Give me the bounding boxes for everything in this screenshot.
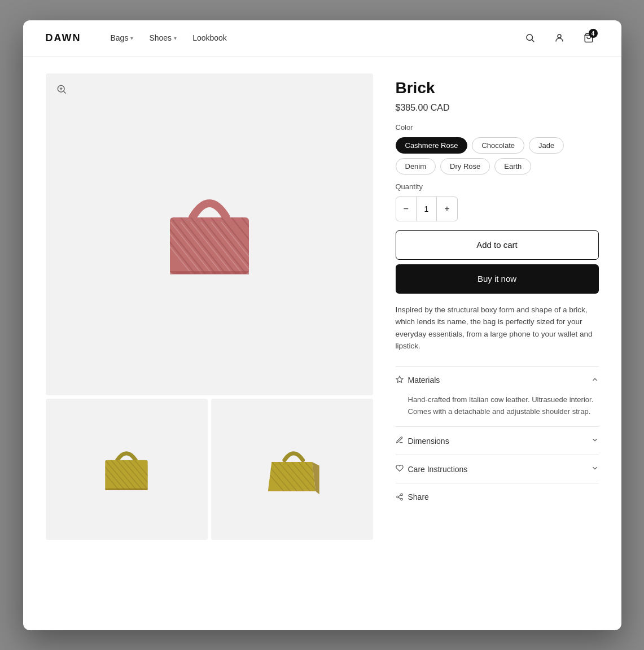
thumb-bag-2 xyxy=(255,433,328,506)
quantity-control: − 1 + xyxy=(396,197,458,221)
product-title: Brick xyxy=(396,79,599,97)
color-earth[interactable]: Earth xyxy=(494,158,531,175)
quantity-value: 1 xyxy=(416,197,437,221)
quantity-label: Quantity xyxy=(396,182,599,191)
svg-line-5 xyxy=(63,91,65,93)
svg-point-0 xyxy=(527,34,533,41)
accordion-materials-chevron xyxy=(591,376,599,385)
svg-point-52 xyxy=(400,494,402,496)
buy-now-button[interactable]: Buy it now xyxy=(396,264,599,294)
accordion-materials-header[interactable]: Materials xyxy=(396,367,599,394)
svg-rect-28 xyxy=(170,271,249,274)
color-cashmere-rose[interactable]: Cashmere Rose xyxy=(396,137,468,154)
heart-icon xyxy=(396,464,404,474)
product-info: Brick $385.00 CAD Color Cashmere Rose Ch… xyxy=(396,73,599,540)
share-label: Share xyxy=(408,492,429,501)
accordion-care-label: Care Instructions xyxy=(408,465,468,474)
cart-button[interactable]: 4 xyxy=(579,28,599,48)
svg-line-55 xyxy=(398,498,401,499)
zoom-button[interactable] xyxy=(54,81,69,97)
main-content: Brick $385.00 CAD Color Cashmere Rose Ch… xyxy=(23,56,621,557)
chevron-down-icon: ▾ xyxy=(130,35,133,41)
cart-count: 4 xyxy=(589,29,598,38)
pencil-icon xyxy=(396,436,404,446)
nav-link-bags[interactable]: Bags ▾ xyxy=(104,29,141,47)
gallery-thumb-2[interactable] xyxy=(211,399,373,540)
color-denim[interactable]: Denim xyxy=(396,158,436,175)
nav-links: Bags ▾ Shoes ▾ Lookbook xyxy=(104,29,520,47)
site-logo[interactable]: DAWN xyxy=(46,32,81,44)
accordion-dimensions-chevron xyxy=(591,436,599,446)
search-button[interactable] xyxy=(520,28,540,48)
accordion-care-header[interactable]: Care Instructions xyxy=(396,455,599,483)
accordion-care: Care Instructions xyxy=(396,455,599,483)
accordions: Materials Hand-crafted from Italian cow … xyxy=(396,366,599,484)
share-button[interactable]: Share xyxy=(396,483,599,511)
nav-icons: 4 xyxy=(520,28,599,48)
product-price: $385.00 CAD xyxy=(396,103,599,113)
svg-line-56 xyxy=(398,495,401,496)
zoom-icon xyxy=(56,84,67,95)
thumb-bag-1 xyxy=(90,433,163,506)
chevron-down-icon: ▾ xyxy=(174,35,177,41)
browser-window: DAWN Bags ▾ Shoes ▾ Lookbook xyxy=(23,20,621,630)
nav-link-lookbook[interactable]: Lookbook xyxy=(186,29,234,47)
accordion-dimensions-label: Dimensions xyxy=(408,437,449,446)
navigation: DAWN Bags ▾ Shoes ▾ Lookbook xyxy=(23,20,621,56)
svg-marker-51 xyxy=(396,376,403,382)
svg-point-54 xyxy=(400,499,402,501)
color-label: Color xyxy=(396,123,599,132)
svg-point-2 xyxy=(558,34,561,38)
add-to-cart-button[interactable]: Add to cart xyxy=(396,230,599,260)
account-button[interactable] xyxy=(549,28,569,48)
star-icon xyxy=(396,376,404,385)
accordion-materials-label: Materials xyxy=(408,376,440,385)
accordion-dimensions: Dimensions xyxy=(396,426,599,455)
accordion-materials-body: Hand-crafted from Italian cow leather. U… xyxy=(396,394,599,427)
color-jade[interactable]: Jade xyxy=(529,137,564,154)
svg-line-1 xyxy=(532,40,533,41)
svg-rect-39 xyxy=(105,488,147,490)
color-dry-rose[interactable]: Dry Rose xyxy=(440,158,490,175)
share-icon xyxy=(396,493,404,501)
search-icon xyxy=(525,33,535,43)
product-gallery xyxy=(46,73,373,540)
accordion-care-chevron xyxy=(591,464,599,474)
quantity-decrease-button[interactable]: − xyxy=(396,204,416,214)
svg-point-53 xyxy=(396,496,398,499)
gallery-thumbnails xyxy=(46,399,373,540)
main-bag-image xyxy=(139,161,280,308)
gallery-main-image[interactable] xyxy=(46,73,373,395)
nav-link-shoes[interactable]: Shoes ▾ xyxy=(142,29,183,47)
accordion-dimensions-header[interactable]: Dimensions xyxy=(396,427,599,455)
product-description: Inspired by the structural boxy form and… xyxy=(396,304,599,352)
gallery-thumb-1[interactable] xyxy=(46,399,208,540)
user-icon xyxy=(554,33,564,43)
quantity-increase-button[interactable]: + xyxy=(437,204,457,214)
color-chocolate[interactable]: Chocolate xyxy=(472,137,524,154)
color-options: Cashmere Rose Chocolate Jade Denim Dry R… xyxy=(396,137,599,175)
